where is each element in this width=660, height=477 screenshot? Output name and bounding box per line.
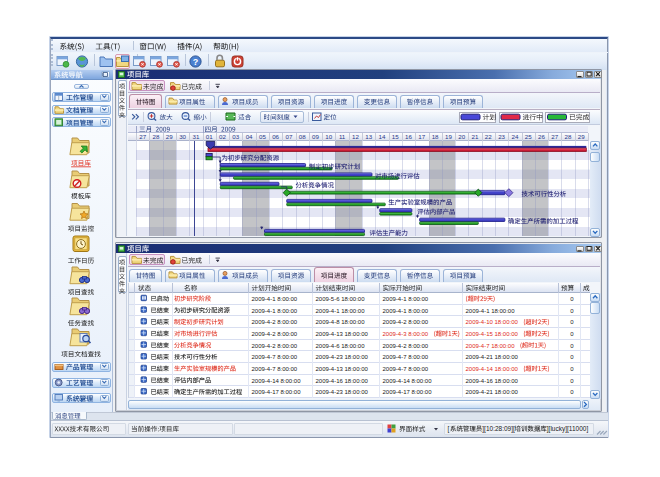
svg-text:30: 30 [179,133,186,140]
svg-text:2009-4-23 18:00:00: 2009-4-23 18:00:00 [316,389,369,395]
svg-text:2009-4-6 18:00:00: 2009-4-6 18:00:00 [316,343,366,349]
svg-text:2009-4-21 18:00:00: 2009-4-21 18:00:00 [466,354,519,360]
svg-text:2009-4-1 8:00:00: 2009-4-1 8:00:00 [252,296,298,302]
svg-text:28: 28 [153,133,160,140]
svg-text:2009-4-13 18:00:00: 2009-4-13 18:00:00 [316,366,369,372]
svg-text:06: 06 [272,133,279,140]
svg-text:0: 0 [570,366,574,372]
svg-text:0: 0 [570,308,574,314]
svg-text:0: 0 [570,343,574,349]
svg-text:26: 26 [538,133,545,140]
svg-text:2009-4-1 18:00:00: 2009-4-1 18:00:00 [316,308,366,314]
svg-text:23: 23 [498,133,505,140]
svg-text:16: 16 [405,133,412,140]
svg-text:20: 20 [458,133,465,140]
svg-text:][lucky][11000]: ][lucky][11000] [547,425,589,433]
svg-text:27: 27 [139,133,146,140]
svg-text:2009-4-7 8:00:00: 2009-4-7 8:00:00 [252,354,298,360]
svg-text:13: 13 [365,133,372,140]
svg-text:2009-4-7 8:00:00: 2009-4-7 8:00:00 [383,366,429,372]
svg-text:14: 14 [379,133,386,140]
svg-text:2009-4-2 8:00:00: 2009-4-2 8:00:00 [252,331,298,337]
svg-text:2009-4-8 18:00:00: 2009-4-8 18:00:00 [316,319,366,325]
svg-text:03: 03 [232,133,239,140]
svg-text:2009-4-15 18:00:00: 2009-4-15 18:00:00 [466,331,519,337]
svg-text:2009-4-1 8:00:00: 2009-4-1 8:00:00 [252,308,298,314]
svg-text:27: 27 [551,133,558,140]
svg-text:2009-4-2 8:00:00: 2009-4-2 8:00:00 [252,343,298,349]
svg-text:2009-4-7 8:00:00: 2009-4-7 8:00:00 [383,354,429,360]
svg-text:11: 11 [339,133,346,140]
svg-text:[: [ [448,425,450,433]
svg-text:28: 28 [565,133,572,140]
svg-text:2009-4-2 8:00:00: 2009-4-2 8:00:00 [383,343,429,349]
svg-text:19: 19 [445,133,452,140]
svg-text:29: 29 [578,133,585,140]
svg-text:0: 0 [570,319,574,325]
svg-text:2009-4-17 8:00:00: 2009-4-17 8:00:00 [252,389,302,395]
svg-text:2009-4-14 18:00:00: 2009-4-14 18:00:00 [466,366,519,372]
svg-text:0: 0 [570,354,574,360]
svg-text:15: 15 [392,133,399,140]
svg-text:2009-5-6 18:00:00: 2009-5-6 18:00:00 [316,296,366,302]
svg-text:02: 02 [219,133,226,140]
svg-text:2009-4-2 8:00:00: 2009-4-2 8:00:00 [383,319,429,325]
svg-text:2009-4-17 8:00:00: 2009-4-17 8:00:00 [383,389,433,395]
svg-text:04: 04 [246,133,253,140]
svg-text:][10:28:09][: ][10:28:09][ [482,425,515,433]
svg-text:2009-4-1 8:00:00: 2009-4-1 8:00:00 [383,296,429,302]
svg-text:2009-4-2 8:00:00: 2009-4-2 8:00:00 [252,319,298,325]
svg-text:12: 12 [352,133,359,140]
svg-text:0: 0 [570,389,574,395]
svg-text:05: 05 [259,133,266,140]
svg-text:2009-4-16 18:00:00: 2009-4-16 18:00:00 [316,378,369,384]
svg-text:0: 0 [570,378,574,384]
svg-text:21: 21 [472,133,479,140]
svg-text:2009-4-21 18:00:00: 2009-4-21 18:00:00 [466,389,519,395]
svg-text:29: 29 [166,133,173,140]
svg-text:18: 18 [432,133,439,140]
svg-text:25: 25 [525,133,532,140]
svg-text:2009-4-16 18:00:00: 2009-4-16 18:00:00 [466,378,519,384]
svg-text:?: ? [193,57,199,67]
svg-text:2009-4-13 18:00:00: 2009-4-13 18:00:00 [316,331,369,337]
svg-text:2009-4-7 8:00:00: 2009-4-7 8:00:00 [252,366,298,372]
svg-text:2009-4-10 18:00:00: 2009-4-10 18:00:00 [466,319,519,325]
svg-text:10: 10 [325,133,332,140]
svg-text:09: 09 [312,133,319,140]
svg-text:2009-4-14 8:00:00: 2009-4-14 8:00:00 [383,378,433,384]
svg-text:24: 24 [511,133,518,140]
svg-text:2009-4-7 18:00:00: 2009-4-7 18:00:00 [466,343,516,349]
svg-text:17: 17 [418,133,425,140]
svg-text:2009-4-23 18:00:00: 2009-4-23 18:00:00 [316,354,369,360]
svg-text:0: 0 [570,296,574,302]
svg-text:2009-4-3 8:00:00: 2009-4-3 8:00:00 [383,331,429,337]
svg-text:2009-4-1 8:00:00: 2009-4-1 8:00:00 [383,308,429,314]
svg-text:07: 07 [285,133,292,140]
svg-text:2009-4-14 8:00:00: 2009-4-14 8:00:00 [252,378,302,384]
svg-text:22: 22 [485,133,492,140]
svg-text:31: 31 [192,133,199,140]
svg-text:0: 0 [570,331,574,337]
svg-text:01: 01 [206,133,213,140]
svg-text:08: 08 [299,133,306,140]
svg-text:2009-4-1 18:00:00: 2009-4-1 18:00:00 [466,308,516,314]
